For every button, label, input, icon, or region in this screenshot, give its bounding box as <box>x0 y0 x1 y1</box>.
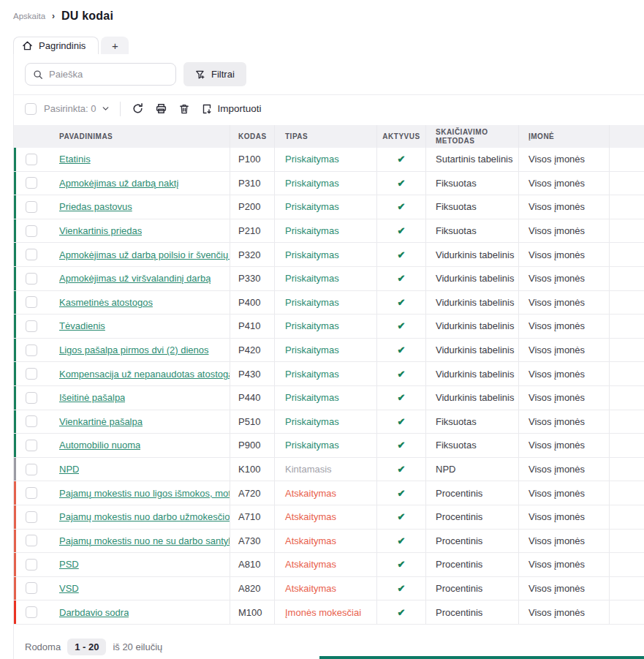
active-check-icon: ✔ <box>398 535 406 546</box>
filters-button[interactable]: Filtrai <box>183 62 246 86</box>
row-name-link[interactable]: Apmokėjimas už darbą naktį <box>59 178 178 189</box>
row-company: Visos įmonės <box>519 600 610 624</box>
row-checkbox[interactable] <box>26 535 37 546</box>
row-type: Priskaitymas <box>275 339 377 362</box>
row-checkbox[interactable] <box>26 415 37 427</box>
row-name-link[interactable]: Pajamų mokestis nuo ne su darbo santykia… <box>59 535 230 546</box>
active-check-icon: ✔ <box>398 488 406 499</box>
row-name-link[interactable]: VSD <box>59 583 79 594</box>
row-type-stripe <box>14 362 16 385</box>
row-name-link[interactable]: Ligos pašalpa pirmos dvi (2) dienos <box>59 344 209 355</box>
row-name-link[interactable]: NPD <box>59 464 79 475</box>
row-code: A710 <box>230 505 275 529</box>
row-method: Fiksuotas <box>426 219 519 243</box>
row-extra-cell <box>610 577 644 600</box>
row-checkbox[interactable] <box>26 201 37 213</box>
row-checkbox[interactable] <box>26 177 37 189</box>
row-checkbox[interactable] <box>26 440 37 451</box>
table-row: Pajamų mokestis nuo ligos išmokos, motin… <box>14 481 644 505</box>
table-row: Vienkartinis priedas P210 Priskaitymas ✔… <box>14 219 644 244</box>
row-extra-cell <box>610 458 644 481</box>
row-name-link[interactable]: Vienkartinė pašalpa <box>59 416 143 427</box>
row-name-link[interactable]: Apmokėjimas už darbą poilsio ir švenčių … <box>59 249 230 260</box>
column-header-imone[interactable]: ĮMONĖ <box>519 125 610 148</box>
row-name-link[interactable]: Etatinis <box>59 154 91 165</box>
row-checkbox[interactable] <box>26 273 37 285</box>
column-header-kodas[interactable]: KODAS <box>230 125 275 148</box>
import-button[interactable]: Importuoti <box>201 103 262 115</box>
row-type-stripe <box>14 458 16 481</box>
row-checkbox[interactable] <box>26 606 37 618</box>
column-header-pavadinimas[interactable]: PAVADINIMAS <box>48 125 230 148</box>
row-name-link[interactable]: Pajamų mokestis nuo ligos išmokos, motin… <box>59 488 230 499</box>
row-name-link[interactable]: Vienkartinis priedas <box>59 225 142 236</box>
row-checkbox[interactable] <box>26 249 37 260</box>
row-extra-cell <box>610 530 644 553</box>
row-checkbox[interactable] <box>26 559 37 570</box>
breadcrumb: Apskaita › DU kodai <box>13 10 113 23</box>
active-check-icon: ✔ <box>398 607 406 618</box>
row-extra-cell <box>610 243 644 266</box>
row-extra-cell <box>610 481 644 505</box>
refresh-button[interactable] <box>132 102 144 115</box>
row-name-link[interactable]: Automobilio nuoma <box>59 440 140 451</box>
search-input[interactable] <box>49 69 168 80</box>
row-name-link[interactable]: Priedas pastovus <box>59 201 132 212</box>
column-header-aktyvus[interactable]: AKTYVUS <box>377 125 426 148</box>
row-type-stripe <box>14 315 16 338</box>
row-name-link[interactable]: Darbdavio sodra <box>59 607 129 618</box>
tab-pagrindinis[interactable]: Pagrindinis <box>13 37 99 54</box>
delete-button[interactable] <box>178 103 190 115</box>
table-row: Automobilio nuoma P900 Priskaitymas ✔ Fi… <box>14 434 644 458</box>
row-checkbox[interactable] <box>26 320 37 332</box>
row-extra-cell <box>610 315 644 338</box>
row-company: Visos įmonės <box>519 481 610 505</box>
row-name-link[interactable]: Tėvadienis <box>59 320 105 331</box>
row-name-link[interactable]: Kasmetinės atostogos <box>59 297 153 308</box>
row-checkbox[interactable] <box>26 464 37 475</box>
row-name-link[interactable]: Išeitinė pašalpa <box>59 392 125 403</box>
row-name-link[interactable]: PSD <box>59 559 79 570</box>
row-company: Visos įmonės <box>519 505 610 529</box>
row-company: Visos įmonės <box>519 243 610 266</box>
row-type: Priskaitymas <box>275 267 377 290</box>
breadcrumb-parent-link[interactable]: Apskaita <box>13 12 45 20</box>
row-checkbox[interactable] <box>26 487 37 499</box>
row-checkbox[interactable] <box>26 154 37 165</box>
row-type: Kintamasis <box>275 458 377 481</box>
row-extra-cell <box>610 172 644 195</box>
table-row: Apmokėjimas už darbą naktį P310 Priskait… <box>14 172 644 196</box>
import-button-label: Importuoti <box>218 103 262 114</box>
row-name-link[interactable]: Pajamų mokestis nuo darbo užmokesčio (20… <box>59 511 230 522</box>
row-checkbox[interactable] <box>26 511 37 523</box>
table-row: Etatinis P100 Priskaitymas ✔ Sutartinis … <box>14 148 644 172</box>
pagination-label: Rodoma <box>25 641 61 652</box>
page-title: DU kodai <box>61 10 113 23</box>
pagination-range-badge[interactable]: 1 - 20 <box>67 639 106 655</box>
row-checkbox[interactable] <box>26 296 37 308</box>
row-checkbox[interactable] <box>26 392 37 404</box>
row-code: P410 <box>230 315 275 338</box>
row-extra-cell <box>610 434 644 457</box>
row-type: Priskaitymas <box>275 315 377 338</box>
import-document-icon <box>201 103 213 115</box>
select-all-checkbox[interactable] <box>25 103 37 115</box>
column-header-skaiciavimo-metodas[interactable]: SKAIČIAVIMO METODAS <box>426 125 519 148</box>
add-tab-button[interactable]: + <box>101 37 129 54</box>
table-row: Kompensacija už nepanaudotas atostogas P… <box>14 362 644 386</box>
row-company: Visos įmonės <box>519 339 610 362</box>
table-row: Priedas pastovus P200 Priskaitymas ✔ Fik… <box>14 195 644 219</box>
column-header-tipas[interactable]: TIPAS <box>275 125 377 148</box>
row-name-link[interactable]: Apmokėjimas už viršvalandinį darbą <box>59 273 211 284</box>
row-checkbox[interactable] <box>26 225 37 237</box>
toolbar: Pasirinkta: 0 <box>14 95 644 122</box>
row-checkbox[interactable] <box>26 368 37 380</box>
row-type: Atskaitymas <box>275 553 377 576</box>
row-type-stripe <box>14 339 16 362</box>
row-checkbox[interactable] <box>26 344 37 356</box>
row-name-link[interactable]: Kompensacija už nepanaudotas atostogas <box>59 369 230 380</box>
print-button[interactable] <box>155 102 167 115</box>
horizontal-scrollbar-thumb[interactable] <box>319 656 644 659</box>
chevron-down-icon[interactable] <box>101 104 110 113</box>
row-checkbox[interactable] <box>26 582 37 594</box>
